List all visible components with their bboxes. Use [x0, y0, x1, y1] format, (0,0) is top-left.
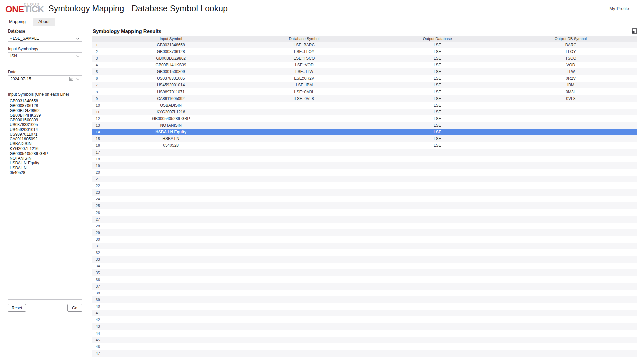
cell-input-symbol: [104, 269, 237, 276]
cell-output-database: [371, 263, 504, 269]
cell-database-symbol: [237, 182, 371, 189]
table-row[interactable]: 42: [92, 316, 637, 323]
table-row[interactable]: 22: [92, 182, 637, 189]
cell-output-database: [371, 310, 504, 316]
table-row[interactable]: 3GB00BLGZ9862LSE::TSCOLSETSCO: [92, 55, 637, 62]
table-row[interactable]: 21: [92, 176, 637, 182]
table-row[interactable]: 30: [92, 236, 637, 243]
cell-input-symbol: [104, 323, 237, 330]
table-row[interactable]: 39: [92, 296, 637, 303]
table-row[interactable]: 23: [92, 189, 637, 196]
table-row[interactable]: 28: [92, 223, 637, 229]
table-row[interactable]: 10USBADISINLSE: [92, 102, 637, 109]
date-input[interactable]: 2024-07-15: [8, 75, 82, 82]
sidebar: Database - LSE_SAMPLE Input Symbology IS…: [3, 26, 88, 360]
cell-output-database: LSE: [371, 68, 504, 75]
input-symbology-select[interactable]: ISN: [8, 52, 82, 59]
cell-output-database: LSE: [371, 82, 504, 88]
table-row[interactable]: 4GB00BH4HKS39LSE::VODLSEVOD: [92, 62, 637, 68]
table-row[interactable]: 40: [92, 303, 637, 310]
table-row[interactable]: 11KYG2007L1216LSE: [92, 109, 637, 115]
popout-icon[interactable]: [632, 28, 637, 34]
cell-database-symbol: [237, 202, 371, 209]
table-row[interactable]: 31: [92, 243, 637, 249]
table-row[interactable]: 2GB0008706128LSE::LLOYLSELLOY: [92, 48, 637, 55]
table-row[interactable]: 13NOTANISINLSE: [92, 122, 637, 129]
cell-input-symbol: HSBA LN Equity: [104, 129, 237, 135]
table-row[interactable]: 160540528LSE: [92, 142, 637, 149]
table-row[interactable]: 25: [92, 202, 637, 209]
cell-input-symbol: KYG2007L1216: [104, 109, 237, 115]
table-row[interactable]: 47: [92, 350, 637, 357]
input-symbols-textarea[interactable]: [8, 98, 82, 300]
cell-database-symbol: [237, 290, 371, 296]
cell-output-db-symbol: [504, 330, 637, 337]
table-row[interactable]: 12GB0005405286-GBPLSE: [92, 115, 637, 122]
cell-output-database: [371, 316, 504, 323]
table-row[interactable]: 41: [92, 310, 637, 316]
cell-output-db-symbol: [504, 229, 637, 236]
cell-output-database: [371, 216, 504, 223]
table-row[interactable]: 43: [92, 323, 637, 330]
tab-mapping[interactable]: Mapping: [4, 18, 31, 26]
tab-about[interactable]: About: [33, 18, 55, 26]
table-row[interactable]: 19: [92, 162, 637, 169]
table-row[interactable]: 29: [92, 229, 637, 236]
cell-output-database: LSE: [371, 75, 504, 82]
cell-input-symbol: US9897011071: [104, 88, 237, 95]
cell-row-number: 14: [92, 129, 104, 135]
reset-button[interactable]: Reset: [8, 304, 26, 312]
cell-input-symbol: [104, 310, 237, 316]
table-row[interactable]: 24: [92, 196, 637, 202]
table-row[interactable]: 7US4592001014LSE::IBMLSEIBM: [92, 82, 637, 88]
table-row[interactable]: 14HSBA LN EquityLSE: [92, 129, 637, 135]
table-row[interactable]: 9CA8911605092LSE::0VL8LSE0VL8: [92, 95, 637, 102]
table-row[interactable]: 46: [92, 343, 637, 350]
table-row[interactable]: 1GB0031348658LSE::BARCLSEBARC: [92, 42, 637, 48]
cell-input-symbol: GB0031348658: [104, 42, 237, 48]
table-row[interactable]: 5GB0001500809LSE::TLWLSETLW: [92, 68, 637, 75]
cell-input-symbol: [104, 343, 237, 350]
table-row[interactable]: 6US0378331005LSE::0R2VLSE0R2V: [92, 75, 637, 82]
table-row[interactable]: 27: [92, 216, 637, 223]
cell-row-number: 43: [92, 323, 104, 330]
cell-row-number: 32: [92, 249, 104, 256]
cell-output-db-symbol: 0R2V: [504, 75, 637, 82]
table-row[interactable]: 8US9897011071LSE::0M3LLSE0M3L: [92, 88, 637, 95]
cell-row-number: 36: [92, 276, 104, 283]
database-label: Database: [8, 29, 88, 34]
cell-row-number: 26: [92, 209, 104, 216]
col-header-output-database: Output Database: [371, 36, 504, 42]
cell-input-symbol: [104, 337, 237, 343]
table-row[interactable]: 18: [92, 156, 637, 162]
input-symbology-select-value: ISN: [10, 54, 17, 58]
cell-database-symbol: LSE::LLOY: [237, 48, 371, 55]
go-button[interactable]: Go: [67, 304, 82, 312]
cell-output-db-symbol: [504, 189, 637, 196]
table-row[interactable]: 45: [92, 337, 637, 343]
table-row[interactable]: 33: [92, 256, 637, 263]
my-profile-link[interactable]: My Profile: [609, 6, 629, 11]
table-row[interactable]: 32: [92, 249, 637, 256]
table-row[interactable]: 36: [92, 276, 637, 283]
table-row[interactable]: 15HSBA LNLSE: [92, 135, 637, 142]
cell-input-symbol: [104, 243, 237, 249]
results-table: Input SymbolDatabase SymbolOutput Databa…: [92, 36, 637, 357]
cell-database-symbol: [237, 337, 371, 343]
calendar-icon[interactable]: [69, 76, 73, 82]
table-row[interactable]: 44: [92, 330, 637, 337]
cell-row-number: 8: [92, 88, 104, 95]
table-row[interactable]: 26: [92, 209, 637, 216]
cell-input-symbol: US4592001014: [104, 82, 237, 88]
table-row[interactable]: 35: [92, 269, 637, 276]
cell-output-db-symbol: [504, 182, 637, 189]
table-row[interactable]: 17: [92, 149, 637, 156]
table-row[interactable]: 20: [92, 169, 637, 176]
table-row[interactable]: 37: [92, 283, 637, 290]
cell-database-symbol: LSE::0R2V: [237, 75, 371, 82]
cell-database-symbol: LSE::BARC: [237, 42, 371, 48]
table-row[interactable]: 38: [92, 290, 637, 296]
table-row[interactable]: 34: [92, 263, 637, 269]
cell-input-symbol: CA8911605092: [104, 95, 237, 102]
database-select[interactable]: - LSE_SAMPLE: [8, 35, 82, 42]
